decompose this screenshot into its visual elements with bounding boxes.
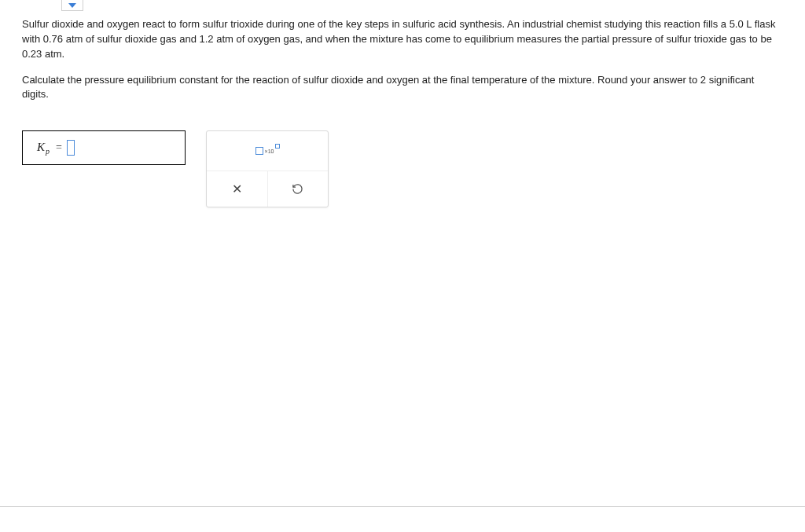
chevron-down-icon (68, 3, 76, 8)
kp-symbol: Kp (37, 139, 50, 156)
problem-para-2: Calculate the pressure equilibrium const… (22, 73, 783, 103)
reset-button[interactable] (268, 171, 329, 207)
sci-notation-icon: ×10 (255, 147, 280, 155)
answer-area: Kp = ×10 ✕ (22, 130, 783, 207)
value-pso2: 0.76 atm (43, 33, 83, 45)
value-pso3: 0.23 atm (22, 48, 62, 60)
p-subscript: p (46, 146, 50, 158)
close-icon: ✕ (232, 180, 242, 198)
k-letter: K (37, 139, 45, 156)
text-segment: Sulfur dioxide and oxygen react to form … (22, 18, 730, 30)
clear-button[interactable]: ✕ (207, 171, 268, 207)
text-segment: . (62, 48, 65, 60)
math-toolbox: ×10 ✕ (206, 130, 329, 207)
sci-notation-button[interactable]: ×10 (207, 131, 328, 171)
answer-input-box[interactable]: Kp = (22, 130, 186, 165)
value-po2: 1.2 atm (199, 33, 233, 45)
text-segment: of oxygen gas, and when the mixture has … (233, 33, 772, 45)
problem-para-1: Sulfur dioxide and oxygen react to form … (22, 17, 783, 62)
answer-placeholder-icon[interactable] (67, 140, 75, 156)
text-segment: of sulfur dioxide gas and (83, 33, 199, 45)
problem-content: Sulfur dioxide and oxygen react to form … (0, 0, 805, 207)
divider (0, 506, 805, 507)
expand-toggle[interactable] (61, 0, 83, 11)
equals-sign: = (56, 140, 62, 156)
value-volume: 5.0 L (730, 18, 752, 30)
reset-icon (292, 183, 303, 195)
